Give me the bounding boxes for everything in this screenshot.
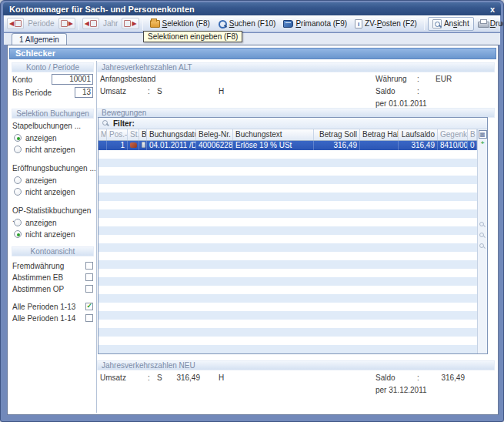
alle-perioden-14-checkbox-row[interactable]: Alle Perioden 1-14 (12, 313, 93, 323)
radio-icon[interactable] (14, 176, 22, 184)
radio-icon[interactable] (14, 188, 22, 196)
eroeffnung-anzeigen-option[interactable]: anzeigen (14, 176, 93, 185)
jahr-prev-button[interactable]: ◀ (82, 18, 99, 29)
table-row[interactable] (98, 159, 477, 167)
radio-icon[interactable] (14, 146, 22, 153)
table-row[interactable] (98, 294, 477, 303)
op-nicht-anzeigen-option[interactable]: nicht anzeigen (14, 229, 93, 239)
row-text: Erlöse 19 % USt (233, 141, 314, 150)
row-gegenkonto: 8410/000 (438, 141, 468, 150)
grid-header-row[interactable]: M Pos.-nr St. B Buchungsdatum▲ Beleg-Nr.… (98, 129, 477, 141)
radio-icon[interactable] (14, 219, 22, 226)
abstimmen-op-checkbox-row[interactable]: Abstimmen OP (12, 284, 93, 293)
op-anzeigen-option[interactable]: anzeigen (14, 218, 93, 227)
soll-marker: S (157, 87, 162, 95)
table-row[interactable] (98, 184, 477, 193)
checkbox-icon[interactable] (85, 314, 93, 322)
left-sidebar: Konto / Periode Konto 10001 Bis Periode … (9, 61, 97, 413)
col-buchungsdatum[interactable]: Buchungsdatum▲ (147, 129, 196, 140)
table-row[interactable] (98, 286, 477, 294)
table-row[interactable] (98, 226, 477, 235)
col-st[interactable]: St. (128, 129, 139, 140)
jahr-next-button[interactable]: ▶ (122, 18, 139, 29)
table-row[interactable] (98, 311, 477, 320)
zoom-icon[interactable] (479, 233, 486, 239)
title-bar[interactable]: Kontomanager für Sach- und Personenkonte… (3, 2, 501, 15)
stack-icon (130, 142, 137, 148)
checkbox-icon[interactable] (85, 262, 93, 270)
close-icon[interactable]: x (484, 5, 501, 14)
table-row[interactable] (98, 218, 477, 226)
filter-row[interactable]: Filter: (98, 118, 487, 129)
col-beleg-nr[interactable]: Beleg-Nr. (196, 129, 233, 140)
table-row[interactable] (98, 260, 477, 269)
doc-icon (142, 142, 145, 148)
table-row[interactable] (98, 269, 477, 277)
main-content: Jahresverkehrszahlen ALT Anfangsbestand … (97, 61, 496, 413)
row-laufsaldo: 316,49 (399, 141, 438, 150)
scroll-up-icon[interactable]: ▲ (478, 131, 487, 136)
table-row[interactable] (98, 252, 477, 260)
col-betrag-soll[interactable]: Betrag Soll (314, 129, 360, 140)
zoom-out-icon[interactable] (479, 243, 486, 250)
table-row[interactable] (98, 243, 477, 252)
col-gegenkonto[interactable]: Gegenkonto (438, 129, 468, 140)
alle-perioden-13-checkbox-row[interactable]: Alle Perioden 1-13 (12, 302, 93, 311)
abstimmen-eb-checkbox-row[interactable]: Abstimmen EB (12, 273, 93, 282)
document-info-icon: i (355, 19, 362, 28)
umsatz-neu-value: 316,49 (165, 373, 200, 382)
konto-input[interactable]: 10001 (52, 74, 93, 85)
book-icon (283, 20, 293, 28)
selektion-button[interactable]: Selektion (F8) (146, 18, 214, 29)
col-betrag-haben[interactable]: Betrag Haben (360, 129, 399, 140)
bis-periode-input[interactable]: 13 (75, 87, 93, 98)
col-b[interactable]: B (139, 129, 147, 140)
col-pos-nr[interactable]: Pos.-nr (107, 129, 128, 140)
table-row[interactable] (98, 320, 477, 328)
stapel-anzeigen-option[interactable]: anzeigen (14, 133, 93, 142)
table-row-selected[interactable]: 1 04.01.2011 /Di 40006228 Erlöse 19 % US… (98, 141, 477, 150)
radio-selected-icon[interactable] (14, 230, 22, 238)
col-m[interactable]: M (98, 129, 107, 140)
toolbar-separator (424, 18, 425, 30)
search-icon (218, 19, 227, 28)
table-row[interactable] (98, 337, 477, 345)
table-row[interactable] (98, 277, 477, 286)
col-buchungstext[interactable]: Buchungstext (233, 129, 314, 140)
table-row[interactable] (98, 193, 477, 201)
insert-row-icon[interactable]: + (478, 139, 487, 146)
table-row[interactable] (98, 328, 477, 337)
table-row[interactable] (98, 209, 477, 218)
vertical-scrollbar[interactable]: ▦ ▲ + (477, 129, 487, 353)
calendar-icon (124, 20, 131, 27)
col-laufsaldo[interactable]: Laufsaldo (399, 129, 438, 140)
checkbox-checked-icon[interactable] (85, 303, 93, 310)
checkbox-icon[interactable] (85, 273, 93, 281)
row-b: 0 (468, 141, 477, 150)
col-b2[interactable]: B (468, 129, 477, 140)
primanota-button[interactable]: Primanota (F9) (279, 18, 351, 29)
table-row[interactable] (98, 167, 477, 176)
table-row[interactable] (98, 201, 477, 209)
table-row[interactable] (98, 303, 477, 311)
zoom-in-icon[interactable] (479, 222, 486, 228)
periode-next-button[interactable]: ▶ (58, 18, 75, 29)
table-row[interactable] (98, 176, 477, 184)
printer-icon (478, 19, 488, 28)
checkbox-icon[interactable] (85, 285, 93, 293)
fremdwaehrung-checkbox-row[interactable]: Fremdwährung (12, 261, 93, 270)
ansicht-button[interactable]: Ansicht (428, 17, 474, 31)
table-row[interactable] (98, 150, 477, 159)
zv-posten-button[interactable]: i ZV-Posten (F2) (351, 18, 421, 30)
eroeffnung-nicht-anzeigen-option[interactable]: nicht anzeigen (14, 187, 93, 196)
row-beleg: 40006228 (196, 141, 233, 150)
row-haben (360, 141, 399, 150)
drucken-button[interactable]: Drucken (474, 18, 504, 29)
radio-selected-icon[interactable] (14, 134, 22, 142)
table-row[interactable] (98, 345, 477, 353)
stapel-nicht-anzeigen-option[interactable]: nicht anzeigen (14, 145, 93, 154)
periode-prev-button[interactable]: ◀ (7, 18, 24, 29)
tab-allgemein[interactable]: 1 Allgemein (12, 33, 67, 45)
table-row[interactable] (98, 235, 477, 243)
suchen-button[interactable]: Suchen (F10) (214, 18, 280, 30)
